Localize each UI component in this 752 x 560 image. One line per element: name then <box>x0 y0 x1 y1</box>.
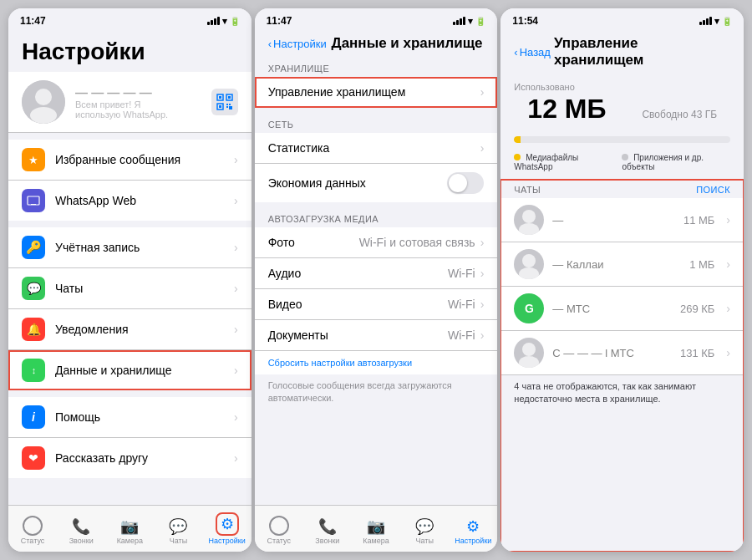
settings-tab-icon-container: ⚙ <box>216 512 239 536</box>
data-label: Данные и хранилище <box>55 364 224 377</box>
signal-icon-2 <box>453 17 465 25</box>
chat-item-3[interactable]: G — МТС 269 КБ › <box>500 287 744 331</box>
screens-container: 11:47 ▾ 🔋 Настройки <box>8 8 744 552</box>
manage-storage-label: Управление хранилищем <box>268 85 480 99</box>
profile-info: — — — — — Всем привет! Я использую Whats… <box>75 85 201 120</box>
search-label[interactable]: ПОИСК <box>696 185 730 195</box>
tab-bar-1: Статус 📞 Звонки 📷 Камера 💬 Чаты ⚙ Настро… <box>8 505 252 552</box>
docs-item[interactable]: Документы Wi-Fi › <box>255 320 498 350</box>
audio-item[interactable]: Аудио Wi-Fi › <box>255 258 498 289</box>
settings-section-3: i Помощь › ❤ Рассказать другу › <box>8 397 252 478</box>
tab-settings-1[interactable]: ⚙ Настройки <box>203 512 252 545</box>
tab-calls-2[interactable]: 📞 Звонки <box>303 517 352 545</box>
svg-point-17 <box>522 254 536 267</box>
back-button-3[interactable]: ‹ Назад <box>514 46 551 59</box>
data-save-toggle[interactable] <box>447 172 484 194</box>
settings-item-help[interactable]: i Помощь › <box>8 397 252 438</box>
chat-item-2[interactable]: — Каллаи 1 МБ › <box>500 242 744 287</box>
tab-chats-2[interactable]: 💬 Чаты <box>400 517 449 545</box>
status-tab-icon <box>23 516 43 536</box>
calls-tab-label-2: Звонки <box>315 537 339 545</box>
chat-item-4[interactable]: С — — — l МТС 131 КБ › <box>500 331 744 375</box>
screen1-settings: 11:47 ▾ 🔋 Настройки <box>8 8 252 552</box>
chevron-icon: › <box>234 153 238 166</box>
camera-tab-label-2: Камера <box>363 537 389 545</box>
chat-name-3: — МТС <box>552 303 590 315</box>
tab-settings-2[interactable]: ⚙ Настройки <box>449 517 497 545</box>
reset-label[interactable]: Сбросить настройки автозагрузки <box>255 350 498 374</box>
svg-rect-4 <box>219 96 221 99</box>
storage-legend: Медиафайлы WhatsApp Приложения и др. объ… <box>500 150 744 175</box>
settings-item-whatsapp-web[interactable]: WhatsApp Web › <box>8 181 252 221</box>
nav-title-2: Данные и хранилище <box>332 35 483 52</box>
manage-storage-chevron: › <box>480 85 485 99</box>
voice-note: Голосовые сообщения всегда загружаются а… <box>255 374 498 410</box>
data-icon: ↕ <box>22 359 45 382</box>
svg-rect-13 <box>28 196 39 205</box>
signal-icon <box>207 17 220 25</box>
docs-value: Wi-Fi <box>448 328 475 342</box>
settings-item-notifications[interactable]: 🔔 Уведомления › <box>8 309 252 350</box>
svg-point-1 <box>35 89 52 105</box>
legend-dot-1 <box>514 154 521 160</box>
chat-name-1: — <box>552 214 563 227</box>
audio-chevron: › <box>480 267 485 280</box>
tab-status[interactable]: Статус <box>8 516 57 545</box>
storage-bar-used <box>514 136 521 143</box>
notifications-icon: 🔔 <box>22 318 45 341</box>
chevron-icon: › <box>234 410 238 424</box>
qr-icon[interactable] <box>211 89 238 115</box>
tab-calls[interactable]: 📞 Звонки <box>57 517 105 545</box>
settings-item-tell-friend[interactable]: ❤ Рассказать другу › <box>8 438 252 478</box>
tab-camera[interactable]: 📷 Камера <box>105 517 154 545</box>
chat-avatar-1 <box>514 205 544 235</box>
chat-name-4: С — — — l МТС <box>552 347 634 359</box>
tab-camera-2[interactable]: 📷 Камера <box>352 517 400 545</box>
help-label: Помощь <box>55 410 224 424</box>
svg-point-18 <box>519 267 539 279</box>
chat-info-3: — МТС <box>552 301 672 316</box>
statistics-item[interactable]: Статистика › <box>255 133 498 164</box>
status-tab-icon-2 <box>269 516 289 536</box>
chats-header-label: ЧАТЫ <box>514 185 541 195</box>
used-size: 12 МБ <box>514 94 606 125</box>
chat-chevron-1: › <box>726 213 730 227</box>
settings-title: Настройки <box>8 30 252 72</box>
back-button-2[interactable]: ‹ Настройки <box>268 38 327 50</box>
settings-item-account[interactable]: 🔑 Учётная запись › <box>8 227 252 268</box>
status-tab-label: Статус <box>21 537 44 545</box>
photo-item[interactable]: Фото Wi-Fi и сотовая связь › <box>255 227 498 258</box>
chat-item-1[interactable]: — 11 МБ › <box>500 198 744 242</box>
screen2-content: ХРАНИЛИЩЕ Управление хранилищем › СЕТЬ С… <box>255 57 498 505</box>
audio-value: Wi-Fi <box>448 267 475 280</box>
storage-summary: Использовано 12 МБ Свободно 43 ГБ Медиаф… <box>500 74 744 175</box>
chats-icon: 💬 <box>22 277 45 300</box>
legend-dot-2 <box>622 154 628 160</box>
chats-section: ЧАТЫ ПОИСК — 11 МБ › <box>500 180 744 552</box>
favorites-label: Избранные сообщения <box>55 153 224 166</box>
screen3-storage: 11:54 ▾ 🔋 ‹ Назад Управление хранилищем … <box>500 8 744 552</box>
statistics-label: Статистика <box>268 141 480 155</box>
chat-size-4: 131 КБ <box>680 347 714 359</box>
data-save-item[interactable]: Экономия данных <box>255 164 498 202</box>
tab-chats-1[interactable]: 💬 Чаты <box>154 517 202 545</box>
settings-item-chats[interactable]: 💬 Чаты › <box>8 268 252 309</box>
profile-card[interactable]: — — — — — Всем привет! Я использую Whats… <box>8 72 252 133</box>
video-item[interactable]: Видео Wi-Fi › <box>255 289 498 320</box>
settings-item-data[interactable]: ↕ Данные и хранилище › <box>8 350 252 390</box>
svg-rect-8 <box>219 105 221 108</box>
tell-friend-icon: ❤ <box>22 446 45 470</box>
settings-item-favorites[interactable]: ★ Избранные сообщения › <box>8 140 252 181</box>
video-chevron: › <box>480 298 485 311</box>
tab-status-2[interactable]: Статус <box>255 516 303 545</box>
section-header-storage: ХРАНИЛИЩЕ <box>255 57 498 77</box>
chat-chevron-3: › <box>726 302 730 315</box>
chat-size-1: 11 МБ <box>683 214 714 227</box>
section-header-autoload: АВТОЗАГРУЗКА МЕДИА <box>255 207 498 227</box>
autoload-section: Фото Wi-Fi и сотовая связь › Аудио Wi-Fi… <box>255 227 498 350</box>
chat-avatar-3: G <box>514 293 544 323</box>
manage-storage-item[interactable]: Управление хранилищем › <box>255 77 498 108</box>
svg-point-19 <box>522 343 536 356</box>
video-label: Видео <box>268 298 448 311</box>
time-2: 11:47 <box>267 15 292 27</box>
